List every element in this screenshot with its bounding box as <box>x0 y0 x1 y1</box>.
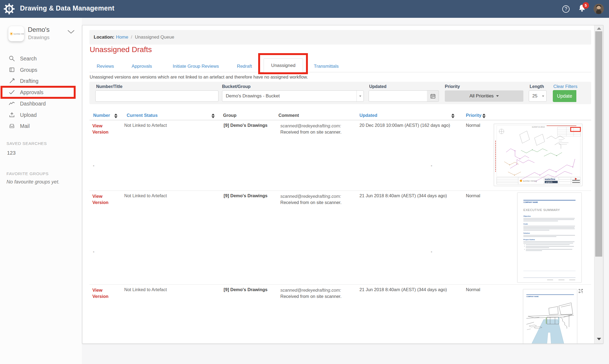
waterline-logo-text: waterline <box>544 178 555 181</box>
sort-icon-updated[interactable] <box>451 114 455 118</box>
scrollbar-up-arrow[interactable] <box>597 27 601 30</box>
breadcrumb: Location: Home / Unassigned Queue <box>89 30 591 45</box>
row-number-dash: - <box>93 249 95 254</box>
table-body: View Version Not Linked to Artefact [9] … <box>89 120 591 344</box>
sort-icon-current-status[interactable] <box>211 114 215 118</box>
row-group: [9] Demo's Drawings <box>224 193 268 198</box>
scrollbar-down-arrow[interactable] <box>597 338 601 340</box>
column-header-number[interactable]: Number <box>93 113 110 118</box>
org-logo[interactable]: sunrise mining <box>8 26 24 41</box>
scrollbar-thumb[interactable] <box>595 31 602 257</box>
page-title: Unassigned Drafts <box>90 45 152 54</box>
table-header: Number Current Status Group Comment Upda… <box>89 112 591 120</box>
waterline-logo-subtext: projects <box>546 181 553 183</box>
row-status: Not Linked to Artefact <box>124 193 167 198</box>
groups-icon <box>9 67 15 73</box>
row-updated-dash: - <box>431 163 432 168</box>
comment-body: Received from on site scanner. <box>280 130 342 134</box>
row-comment: scanned@redeyedrafting.com: Received fro… <box>280 193 342 206</box>
upload-icon <box>9 112 15 118</box>
calendar-button[interactable] <box>427 90 439 102</box>
column-header-current-status[interactable]: Current Status <box>127 113 158 118</box>
row-status: Not Linked to Artefact <box>124 287 167 292</box>
length-select[interactable]: 25 <box>529 90 547 102</box>
saved-searches-header: SAVED SEARCHES <box>6 141 47 146</box>
row-status: Not Linked to Artefact <box>124 123 167 128</box>
pen-icon <box>9 78 15 84</box>
org-logo-text: sunrise mining <box>14 33 24 35</box>
saved-search-item-123[interactable]: 123 <box>7 150 16 156</box>
row-group: [9] Demo's Drawings <box>224 123 268 128</box>
sidebar-item-label: Dashboard <box>20 101 46 107</box>
thumbnail-isometric-piping-drawing[interactable]: 112047-E-0013 <box>494 124 582 186</box>
thumbnail-executive-summary-document[interactable]: COMPANY NAME EXECUTIVE SUMMARY Objective… <box>517 193 581 283</box>
row-comment: scanned@redeyedrafting.com: Received fro… <box>280 287 342 300</box>
sort-icon-priority[interactable] <box>482 114 486 118</box>
tab-redraft[interactable]: Redraft <box>230 60 259 72</box>
page-description: Unassigned versions are versions which a… <box>90 74 308 80</box>
sidebar-item-upload[interactable]: Upload <box>0 109 78 121</box>
main-panel: Location: Home / Unassigned Queue Unassi… <box>82 25 603 344</box>
comment-source: scanned@redeyedrafting.com: <box>280 193 342 199</box>
tab-initiate-group-reviews[interactable]: Initiate Group Reviews <box>169 60 223 72</box>
bucket-group-select[interactable]: Demo's Drawings - Bucket <box>222 90 364 102</box>
favorite-groups-empty-text: No favourite groups yet. <box>6 179 59 185</box>
filter-label-length: Length <box>530 84 544 89</box>
sidebar-item-dashboard[interactable]: Dashboard <box>0 98 78 109</box>
priority-dropdown-button[interactable]: All Priorities <box>445 90 523 102</box>
row-priority: Normal <box>466 193 480 198</box>
row-number-dash: - <box>93 163 95 168</box>
avatar-portrait <box>594 4 604 14</box>
breadcrumb-home-link[interactable]: Home <box>116 35 128 40</box>
sidebar-item-label: Groups <box>20 67 37 73</box>
vertical-scrollbar[interactable] <box>594 25 603 343</box>
column-header-comment: Comment <box>278 113 299 118</box>
sidebar-item-groups[interactable]: Groups <box>0 64 78 76</box>
tab-transmittals[interactable]: Transmittals <box>309 60 344 72</box>
favorite-groups-header: FAVORITE GROUPS <box>6 171 49 176</box>
updated-date-input[interactable] <box>369 90 427 102</box>
sidebar-item-label: Search <box>20 56 37 62</box>
view-version-link[interactable]: View Version <box>92 193 112 206</box>
sort-icon-number[interactable] <box>114 114 117 118</box>
sidebar: sunrise mining Demo's Drawings Search Gr… <box>0 18 82 364</box>
comment-body: Received from on site scanner. <box>280 294 342 299</box>
chevron-down-icon[interactable] <box>68 30 75 34</box>
notifications-button[interactable]: 5 <box>578 4 589 15</box>
sidebar-item-label: Upload <box>20 112 37 118</box>
qr-code-icon <box>579 289 583 293</box>
sidebar-item-search[interactable]: Search <box>0 53 78 64</box>
number-title-input[interactable] <box>95 90 218 102</box>
sidebar-item-drafting[interactable]: Drafting <box>0 75 78 87</box>
help-icon[interactable]: ? <box>562 5 570 13</box>
doc-company-name: COMPANY NAME <box>523 201 538 203</box>
view-version-link[interactable]: View Version <box>92 287 112 300</box>
update-button[interactable]: Update <box>553 90 576 102</box>
tab-approvals[interactable]: Approvals <box>128 60 155 72</box>
inbox-icon <box>9 123 15 129</box>
filter-bar: Number/Title Bucket/Group Demo's Drawing… <box>89 82 591 104</box>
priority-value: All Priorities <box>469 93 494 99</box>
drawing-number: 112047-E-0013 <box>532 126 545 128</box>
column-header-priority[interactable]: Priority <box>466 113 482 118</box>
column-header-updated[interactable]: Updated <box>359 113 377 118</box>
row-updated-dash: - <box>431 249 432 254</box>
sidebar-item-mail[interactable]: Mail <box>0 120 78 132</box>
annotation-box-approvals <box>1 86 76 99</box>
view-version-link[interactable]: View Version <box>92 123 112 135</box>
thumbnail-house-pool-sketch-document[interactable]: COMPANY NAME <box>523 289 577 344</box>
clear-filters-link[interactable]: Clear Filters <box>553 84 577 89</box>
tab-reviews[interactable]: Reviews <box>93 60 117 72</box>
filter-label-bucket-group: Bucket/Group <box>222 84 251 89</box>
row-priority: Normal <box>466 123 480 128</box>
comment-source: scanned@redeyedrafting.com: <box>280 123 342 129</box>
doc-section-solution: Solution <box>523 232 530 234</box>
calendar-icon <box>430 93 436 99</box>
sidebar-item-label: Drafting <box>20 78 38 84</box>
user-avatar[interactable] <box>594 4 604 14</box>
bucket-group-value: Demo's Drawings - Bucket <box>226 93 280 99</box>
table-row: View Version Not Linked to Artefact [9] … <box>89 190 591 284</box>
table-row: View Version Not Linked to Artefact [9] … <box>89 284 591 344</box>
length-value: 25 <box>532 93 537 99</box>
notification-badge: 5 <box>583 2 589 9</box>
